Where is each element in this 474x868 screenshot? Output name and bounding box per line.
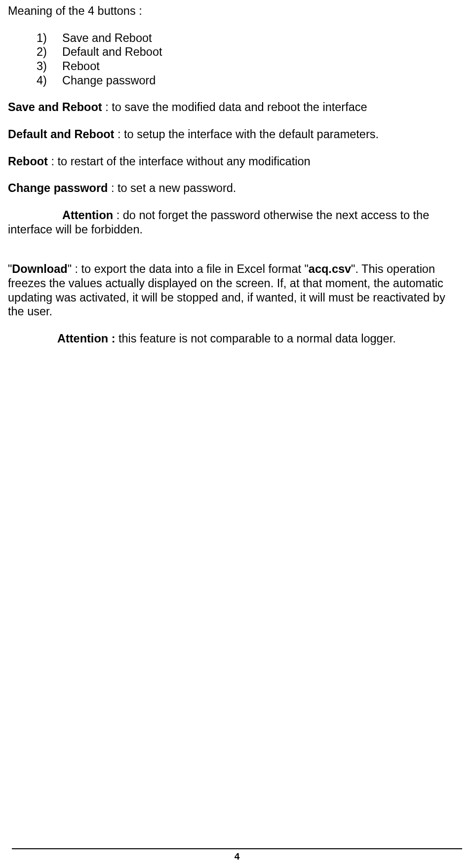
download-paragraph: "Download" : to export the data into a f… — [8, 262, 446, 319]
attention-paragraph: Attention : do not forget the password o… — [8, 208, 446, 236]
page-footer: 4 — [0, 848, 474, 862]
default-text: : to setup the interface with the defaul… — [114, 128, 379, 141]
attention2-label: Attention : — [57, 332, 115, 345]
reboot-text: : to restart of the interface without an… — [48, 155, 311, 168]
list-number: 2) — [8, 45, 62, 59]
save-label: Save and Reboot — [8, 101, 102, 113]
list-item: 1) Save and Reboot — [8, 31, 446, 45]
list-item: 4) Change password — [8, 74, 446, 88]
attention2-paragraph: Attention : this feature is not comparab… — [8, 332, 446, 346]
change-label: Change password — [8, 182, 108, 194]
reboot-label: Reboot — [8, 155, 48, 168]
change-text: : to set a new password. — [108, 182, 236, 194]
list-text: Save and Reboot — [62, 31, 446, 45]
footer-divider — [12, 848, 462, 849]
list-number: 1) — [8, 31, 62, 45]
download-label: Download — [12, 263, 67, 275]
reboot-paragraph: Reboot : to restart of the interface wit… — [8, 154, 446, 169]
attention2-text: this feature is not comparable to a norm… — [115, 332, 395, 345]
save-paragraph: Save and Reboot : to save the modified d… — [8, 100, 446, 114]
list-item: 3) Reboot — [8, 59, 446, 74]
change-paragraph: Change password : to set a new password. — [8, 181, 446, 195]
save-text: : to save the modified data and reboot t… — [102, 101, 367, 113]
list-text: Default and Reboot — [62, 45, 446, 59]
attention-label: Attention — [62, 209, 113, 222]
download-mid: " : to export the data into a file in Ex… — [68, 263, 309, 275]
list-number: 4) — [8, 74, 62, 88]
document-page: Meaning of the 4 buttons : 1) Save and R… — [0, 0, 474, 346]
list-text: Change password — [62, 74, 446, 88]
heading-text: Meaning of the 4 buttons : — [8, 4, 446, 18]
list-number: 3) — [8, 59, 62, 74]
buttons-list: 1) Save and Reboot 2) Default and Reboot… — [8, 31, 446, 88]
page-number: 4 — [235, 851, 240, 862]
download-file: acq.csv — [309, 263, 351, 275]
default-label: Default and Reboot — [8, 128, 114, 141]
default-paragraph: Default and Reboot : to setup the interf… — [8, 127, 446, 142]
spacer — [8, 249, 446, 262]
list-item: 2) Default and Reboot — [8, 45, 446, 59]
list-text: Reboot — [62, 59, 446, 74]
